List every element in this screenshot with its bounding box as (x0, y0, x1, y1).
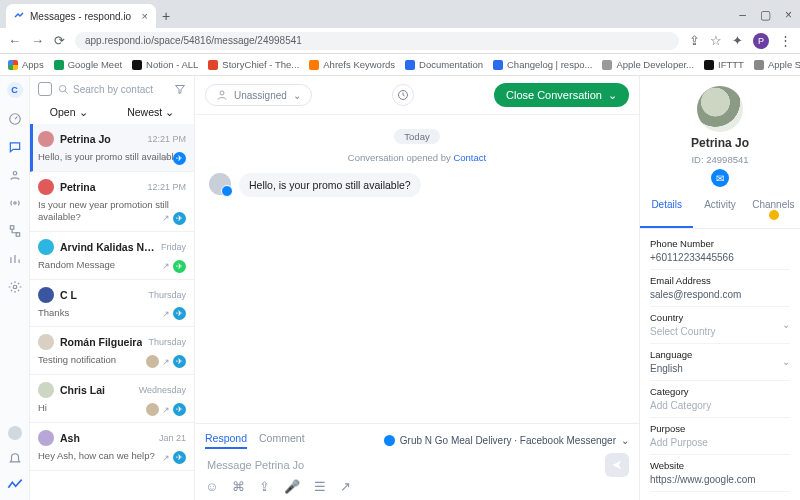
chevron-down-icon: ⌄ (782, 319, 790, 330)
contact-name: Arvind Kalidas Nair (60, 241, 155, 253)
conversation-item[interactable]: Arvind Kalidas NairFridayRandom Message↗… (30, 232, 194, 280)
reply-arrow-icon: ↗ (162, 153, 170, 163)
field-purpose[interactable]: PurposeAdd Purpose (650, 418, 790, 455)
channels-badge (769, 210, 779, 220)
conversation-item[interactable]: Chris LaiWednesdayHi↗✈ (30, 375, 194, 423)
status-filter[interactable]: Open ⌄ (50, 106, 88, 118)
sort-filter[interactable]: Newest ⌄ (127, 106, 174, 118)
details-tab[interactable]: Details (640, 193, 693, 228)
dashboard-icon[interactable] (8, 112, 22, 126)
extensions-icon[interactable]: ✦ (732, 33, 743, 48)
reply-arrow-icon: ↗ (162, 453, 170, 463)
field-category[interactable]: CategoryAdd Category (650, 381, 790, 418)
bookmark-item[interactable]: Documentation (405, 59, 483, 70)
composer: Respond Comment Grub N Go Meal Delivery … (195, 423, 639, 500)
contact-channel-icon: ✉ (711, 169, 729, 187)
user-icon (216, 89, 228, 101)
respond-logo-icon[interactable] (7, 478, 23, 492)
minimize-icon[interactable]: – (739, 8, 746, 22)
field-website[interactable]: Websitehttps://www.google.com (650, 455, 790, 492)
field-label: Category (650, 386, 790, 397)
reply-arrow-icon: ↗ (162, 261, 170, 271)
contact-avatar (38, 239, 54, 255)
address-bar[interactable]: app.respond.io/space/54816/message/24998… (75, 32, 679, 50)
bookmark-item[interactable]: IFTTT (704, 59, 744, 70)
broadcast-icon[interactable] (8, 196, 22, 210)
close-conversation-button[interactable]: Close Conversation⌄ (494, 83, 629, 107)
channel-icon: ✈ (173, 152, 186, 165)
search-placeholder: Search by contact (73, 84, 153, 95)
field-phone[interactable]: Phone Number+60112233445566 (650, 233, 790, 270)
new-tab-button[interactable]: + (156, 8, 176, 28)
bookmark-item[interactable]: Changelog | respo... (493, 59, 592, 70)
browser-tab[interactable]: Messages - respond.io × (6, 4, 156, 28)
bookmark-item[interactable]: StoryChief - The... (208, 59, 299, 70)
contacts-icon[interactable] (8, 168, 22, 182)
conversation-item[interactable]: C LThursdayThanks↗✈ (30, 280, 194, 328)
more-compose-icon[interactable]: ↗ (340, 479, 351, 494)
snippet-icon[interactable]: ⌘ (232, 479, 245, 494)
messenger-icon (384, 435, 395, 446)
emoji-icon[interactable]: ☺ (205, 479, 218, 494)
conversation-item[interactable]: AshJan 21Hey Ash, how can we help?↗✈ (30, 423, 194, 471)
org-switcher[interactable]: C (7, 82, 23, 98)
assignee-dropdown[interactable]: Unassigned ⌄ (205, 84, 312, 106)
attach-icon[interactable]: ⇪ (259, 479, 270, 494)
bookmark-star-icon[interactable]: ☆ (710, 33, 722, 48)
comment-tab[interactable]: Comment (259, 432, 305, 449)
channel-icon: ✈ (173, 260, 186, 273)
send-button[interactable] (605, 453, 629, 477)
voice-icon[interactable]: 🎤 (284, 479, 300, 494)
field-country[interactable]: CountrySelect Country⌄ (650, 307, 790, 344)
back-icon[interactable]: ← (8, 33, 21, 48)
inbox-selector-icon[interactable] (38, 82, 52, 96)
bookmark-item[interactable]: Apple Style Guide (754, 59, 800, 70)
tab-close-icon[interactable]: × (142, 10, 148, 22)
conversation-item[interactable]: Petrina Jo12:21 PMHello, is your promo s… (30, 124, 194, 172)
conversation-list-panel: Search by contact Open ⌄ Newest ⌄ Petrin… (30, 76, 195, 500)
messages-icon[interactable] (8, 140, 22, 154)
field-tags[interactable]: TagsAdd Tags⌄ (650, 492, 790, 500)
activity-tab[interactable]: Activity (693, 193, 746, 228)
chevron-down-icon: ⌄ (621, 435, 629, 446)
maximize-icon[interactable]: ▢ (760, 8, 771, 22)
chevron-down-icon: ⌄ (293, 90, 301, 101)
channels-tab[interactable]: Channels (747, 193, 800, 228)
field-language[interactable]: LanguageEnglish⌄ (650, 344, 790, 381)
field-email[interactable]: Email Addresssales@respond.com (650, 270, 790, 307)
respond-tab[interactable]: Respond (205, 432, 247, 449)
kebab-menu-icon[interactable]: ⋮ (779, 33, 792, 48)
message-bubble: Hello, is your promo still available? (239, 173, 421, 197)
saved-reply-icon[interactable]: ☰ (314, 479, 326, 494)
system-contact-link[interactable]: Contact (453, 152, 486, 163)
bookmark-item[interactable]: Ahrefs Keywords (309, 59, 395, 70)
profile-avatar[interactable]: P (753, 33, 769, 49)
user-avatar[interactable] (8, 426, 22, 440)
conversation-item[interactable]: Román FilgueiraThursdayTesting notificat… (30, 327, 194, 375)
reports-icon[interactable] (8, 252, 22, 266)
snooze-button[interactable] (392, 84, 414, 106)
reply-arrow-icon: ↗ (162, 405, 170, 415)
respond-favicon-icon (14, 11, 24, 21)
assignee-avatar (146, 355, 159, 368)
channel-picker[interactable]: Grub N Go Meal Delivery · Facebook Messe… (384, 432, 629, 449)
search-input[interactable]: Search by contact (58, 84, 168, 95)
forward-icon[interactable]: → (31, 33, 44, 48)
bookmark-item[interactable]: Google Meet (54, 59, 122, 70)
workflows-icon[interactable] (8, 224, 22, 238)
timestamp: Thursday (148, 337, 186, 347)
notifications-icon[interactable] (8, 452, 22, 466)
bookmark-item[interactable]: Apple Developer... (602, 59, 694, 70)
timestamp: Thursday (148, 290, 186, 300)
filter-icon[interactable] (174, 83, 186, 95)
close-window-icon[interactable]: × (785, 8, 792, 22)
chevron-down-icon: ⌄ (165, 106, 174, 118)
apps-shortcut[interactable]: Apps (8, 59, 44, 70)
svg-rect-3 (10, 226, 14, 230)
conversation-item[interactable]: Petrina12:21 PMIs your new year promotio… (30, 172, 194, 232)
share-icon[interactable]: ⇪ (689, 33, 700, 48)
message-input[interactable]: Message Petrina Jo (205, 454, 605, 476)
bookmark-item[interactable]: Notion - ALL (132, 59, 198, 70)
settings-icon[interactable] (8, 280, 22, 294)
reload-icon[interactable]: ⟳ (54, 33, 65, 48)
